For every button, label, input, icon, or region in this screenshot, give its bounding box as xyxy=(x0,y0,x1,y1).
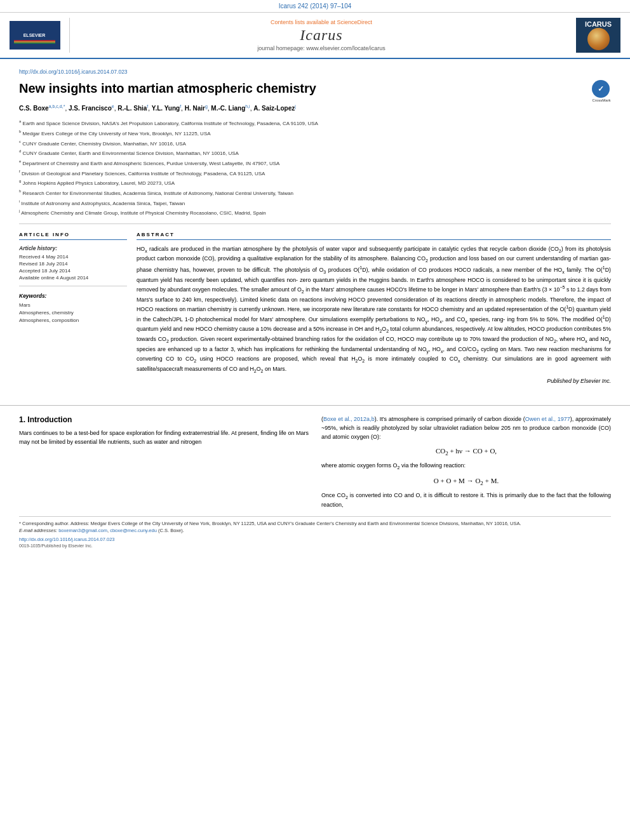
icarus-logo: ICARUS xyxy=(573,18,624,53)
affiliation-j: j Atmospheric Chemistry and Climate Grou… xyxy=(19,208,611,217)
affiliation-e: e Department of Chemistry and Earth and … xyxy=(19,159,611,168)
accepted-date: Accepted 18 July 2014 xyxy=(19,268,127,274)
issn-text: 0019-1035/Published by Elsevier Inc. xyxy=(19,543,611,548)
doi-footnote: http://dx.doi.org/10.1016/j.icarus.2014.… xyxy=(19,537,611,542)
journal-header: ELSEVIER Contents lists available at Sci… xyxy=(0,13,630,59)
body-content: 1. Introduction Mars continues to be a t… xyxy=(0,415,630,510)
affiliation-d: d CUNY Graduate Center, Earth and Enviro… xyxy=(19,149,611,157)
intro-left-col: 1. Introduction Mars continues to be a t… xyxy=(19,415,309,510)
formula-1: CO2 + hν → CO + O, xyxy=(321,447,611,457)
keyword-mars: Mars xyxy=(19,302,127,309)
abstract-column: ABSTRACT HOx radicals are produced in th… xyxy=(137,232,611,386)
affiliation-a: a Earth and Space Science Division, NASA… xyxy=(19,119,611,128)
affiliation-h: h Research Center for Environmental Stud… xyxy=(19,189,611,197)
intro-right-col: (Boxe et al., 2012a,b). It's atmosphere … xyxy=(321,415,611,510)
intro-left-text: Mars continues to be a test-bed for spac… xyxy=(19,429,309,447)
article-content: http://dx.doi.org/10.1016/j.icarus.2014.… xyxy=(0,59,630,396)
email-footnote: E-mail addresses: boxeman3@gmail.com, cb… xyxy=(19,528,611,535)
revised-date: Revised 18 July 2014 xyxy=(19,261,127,267)
affiliation-i: i Institute of Astronomy and Astrophysic… xyxy=(19,199,611,208)
journal-name: Icarus xyxy=(300,27,342,44)
sciencedirect-label: Contents lists available at ScienceDirec… xyxy=(271,19,372,25)
available-date: Available online 4 August 2014 xyxy=(19,275,127,281)
intro-right-text-2: where atomic oxygen forms O2 via the fol… xyxy=(321,462,611,472)
affiliation-f: f Division of Geological and Planetary S… xyxy=(19,169,611,178)
authors-line: C.S. Boxea,b,c,d,*, J.S. Franciscoe, R.-… xyxy=(19,103,611,114)
affiliation-b: b Medgar Evers College of the City Unive… xyxy=(19,129,611,138)
received-date: Received 4 May 2014 xyxy=(19,254,127,260)
footnote-section: * Corresponding author. Address: Medgar … xyxy=(19,516,611,548)
journal-center: Contents lists available at ScienceDirec… xyxy=(76,18,566,53)
abstract-header: ABSTRACT xyxy=(137,232,611,240)
keywords-label: Keywords: xyxy=(19,293,127,299)
section-1-title: 1. Introduction xyxy=(19,415,309,424)
published-text: Published by Elsevier Inc. xyxy=(137,377,611,386)
introduction-two-col: 1. Introduction Mars continues to be a t… xyxy=(19,415,611,510)
keyword-atm-comp: Atmospheres, composition xyxy=(19,317,127,324)
formula-2: O + O + M → O2 + M. xyxy=(321,477,611,486)
abstract-text: HOx radicals are produced in the martian… xyxy=(137,245,611,386)
elsevier-logo: ELSEVIER xyxy=(6,18,70,53)
svg-text:ELSEVIER: ELSEVIER xyxy=(23,33,46,37)
keywords-list: Mars Atmospheres, chemistry Atmospheres,… xyxy=(19,302,127,324)
info-abstract-section: ARTICLE INFO Article history: Received 4… xyxy=(19,232,611,386)
affiliation-c: c CUNY Graduate Center, Chemistry Divisi… xyxy=(19,139,611,148)
article-info-header: ARTICLE INFO xyxy=(19,232,127,240)
crossmark-icon: ✓ CrossMark xyxy=(592,80,611,99)
history-label: Article history: xyxy=(19,245,127,251)
keyword-atm-chem: Atmospheres, chemistry xyxy=(19,309,127,317)
article-doi: http://dx.doi.org/10.1016/j.icarus.2014.… xyxy=(19,69,611,75)
corresponding-author-note: * Corresponding author. Address: Medgar … xyxy=(19,521,611,528)
affiliations-block: a Earth and Space Science Division, NASA… xyxy=(19,119,611,224)
article-title: New insights into martian atmospheric ch… xyxy=(19,80,586,97)
intro-right-text-1: (Boxe et al., 2012a,b). It's atmosphere … xyxy=(321,415,611,442)
affiliation-g: g Johns Hopkins Applied Physics Laborato… xyxy=(19,178,611,187)
article-info-column: ARTICLE INFO Article history: Received 4… xyxy=(19,232,127,386)
intro-right-text-3: Once CO2 is converted into CO and O, it … xyxy=(321,491,611,510)
journal-citation: Icarus 242 (2014) 97–104 xyxy=(0,0,630,13)
journal-homepage: journal homepage: www.elsevier.com/locat… xyxy=(257,45,385,51)
